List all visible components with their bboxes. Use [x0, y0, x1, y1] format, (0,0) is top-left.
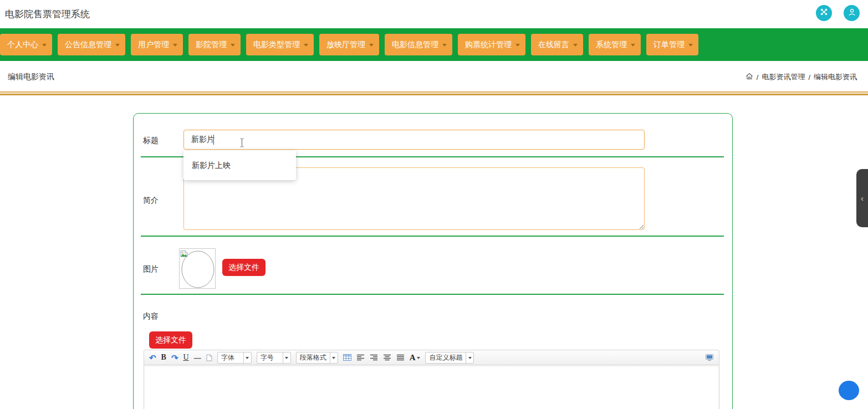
custom-title-select[interactable]: 自定义标题 — [425, 352, 474, 364]
editor-content-area[interactable] — [144, 365, 719, 409]
chevron-left-icon: ‹ — [861, 193, 864, 203]
font-family-select[interactable]: 字体 — [217, 352, 252, 364]
undo-button[interactable]: ↶ — [149, 354, 156, 362]
nav-item-movie-info-mgmt[interactable]: 电影信息管理 — [385, 34, 452, 55]
text-caret — [213, 135, 214, 145]
caret-down-icon — [115, 44, 120, 49]
nav-item-announcement-mgmt[interactable]: 公告信息管理 — [58, 34, 125, 55]
content-choose-file-button[interactable]: 选择文件 — [149, 331, 192, 349]
nav-item-order-mgmt[interactable]: 订单管理 — [646, 34, 698, 55]
gold-divider — [0, 91, 868, 95]
suggestion-item[interactable]: 新影片上映 — [183, 151, 296, 171]
editor-toolbar: ↶ B ↷ U — 字体 字号 — [144, 350, 719, 365]
underline-button[interactable]: U — [183, 354, 189, 361]
edit-form-panel: 标题 新影片上映 简介 图片 — [133, 113, 733, 409]
breadcrumb-link-news-mgmt[interactable]: 电影资讯管理 — [762, 72, 805, 82]
main-nav: 个人中心 公告信息管理 用户管理 影院管理 电影类型管理 放映厅管理 电影信息管… — [0, 28, 868, 61]
caret-down-icon — [573, 44, 578, 49]
user-icon — [847, 8, 856, 19]
insert-table-button[interactable] — [343, 354, 351, 361]
font-color-button[interactable]: A — [410, 353, 421, 362]
fullscreen-button[interactable] — [816, 5, 832, 21]
image-label: 图片 — [143, 264, 159, 274]
caret-down-icon — [466, 352, 473, 363]
nav-item-label: 个人中心 — [7, 40, 38, 50]
nav-item-label: 订单管理 — [653, 40, 685, 50]
caret-down-icon — [417, 357, 420, 361]
nav-item-cinema-mgmt[interactable]: 影院管理 — [188, 34, 241, 55]
custom-title-select-label: 自定义标题 — [426, 353, 466, 362]
nav-item-label: 影院管理 — [196, 40, 227, 50]
home-icon[interactable] — [746, 73, 753, 81]
table-icon — [343, 354, 351, 361]
breadcrumb-current: 编辑电影资讯 — [814, 72, 857, 82]
intro-label: 简介 — [143, 196, 159, 206]
nav-item-screening-room-mgmt[interactable]: 放映厅管理 — [319, 34, 379, 55]
app-title: 电影院售票管理系统 — [5, 8, 90, 21]
breadcrumb-separator: / — [808, 73, 810, 81]
nav-item-ticket-stats-mgmt[interactable]: 购票统计管理 — [458, 34, 525, 55]
document-icon — [206, 354, 212, 361]
caret-down-icon — [369, 44, 374, 49]
caret-down-icon — [283, 352, 290, 363]
nav-item-label: 用户管理 — [138, 40, 169, 50]
nav-item-movie-type-mgmt[interactable]: 电影类型管理 — [246, 34, 314, 55]
broken-image-icon — [180, 249, 188, 260]
breadcrumb: / 电影资讯管理 / 编辑电影资讯 — [746, 72, 857, 82]
bold-button[interactable]: B — [161, 354, 166, 361]
editor-fullscreen-button[interactable] — [705, 354, 714, 361]
content-label: 内容 — [143, 311, 159, 321]
font-size-select[interactable]: 字号 — [257, 352, 291, 364]
user-button[interactable] — [844, 5, 860, 21]
caret-down-icon — [631, 44, 635, 49]
chat-fab-button[interactable] — [839, 381, 859, 400]
redo-button[interactable]: ↷ — [171, 354, 178, 362]
nav-item-label: 购票统计管理 — [465, 40, 512, 50]
font-color-label: A — [410, 353, 416, 362]
paragraph-format-select-label: 段落格式 — [297, 353, 330, 362]
nav-item-label: 在线留言 — [538, 40, 569, 50]
caret-down-icon — [688, 44, 693, 49]
align-left-icon — [356, 354, 365, 361]
image-choose-file-button[interactable]: 选择文件 — [222, 259, 265, 276]
collapse-panel-handle[interactable]: ‹ — [856, 169, 868, 227]
rich-text-editor: ↶ B ↷ U — 字体 字号 — [144, 350, 719, 409]
breadcrumb-bar: 编辑电影资讯 / 电影资讯管理 / 编辑电影资讯 — [0, 61, 868, 91]
monitor-icon — [705, 354, 714, 361]
app-header: 电影院售票管理系统 — [0, 0, 868, 28]
nav-item-label: 系统管理 — [596, 40, 627, 50]
caret-down-icon — [515, 44, 520, 49]
font-size-select-label: 字号 — [257, 353, 283, 362]
paragraph-format-select[interactable]: 段落格式 — [296, 352, 338, 364]
autocomplete-dropdown: 新影片上映 — [183, 151, 296, 180]
nav-item-online-message[interactable]: 在线留言 — [531, 34, 583, 55]
caret-down-icon — [42, 44, 47, 49]
nav-item-system-mgmt[interactable]: 系统管理 — [589, 34, 641, 55]
align-justify-icon — [396, 354, 405, 361]
align-justify-button[interactable] — [396, 354, 405, 361]
caret-down-icon — [243, 352, 251, 363]
mouse-text-cursor-icon — [239, 138, 244, 150]
horizontal-rule-button[interactable]: — — [194, 354, 201, 361]
caret-down-icon — [442, 44, 447, 49]
caret-down-icon — [304, 44, 308, 49]
row-divider — [141, 294, 724, 295]
page-title: 编辑电影资讯 — [8, 72, 54, 82]
breadcrumb-separator: / — [757, 73, 759, 81]
align-center-button[interactable] — [383, 354, 391, 361]
align-right-button[interactable] — [370, 354, 378, 361]
nav-item-label: 公告信息管理 — [65, 40, 111, 50]
nav-item-personal-center[interactable]: 个人中心 — [0, 34, 52, 55]
align-left-button[interactable] — [356, 354, 365, 361]
align-center-icon — [383, 354, 391, 361]
title-input[interactable] — [183, 130, 645, 150]
nav-item-user-mgmt[interactable]: 用户管理 — [131, 34, 183, 55]
row-divider — [141, 236, 724, 237]
page: 电影院售票管理系统 个人中心 — [0, 0, 868, 409]
font-family-select-label: 字体 — [218, 353, 243, 362]
nav-item-label: 电影信息管理 — [392, 40, 438, 50]
caret-down-icon — [330, 352, 338, 363]
new-document-button[interactable] — [206, 354, 212, 361]
expand-arrows-icon — [820, 8, 828, 18]
nav-item-label: 电影类型管理 — [253, 40, 300, 50]
